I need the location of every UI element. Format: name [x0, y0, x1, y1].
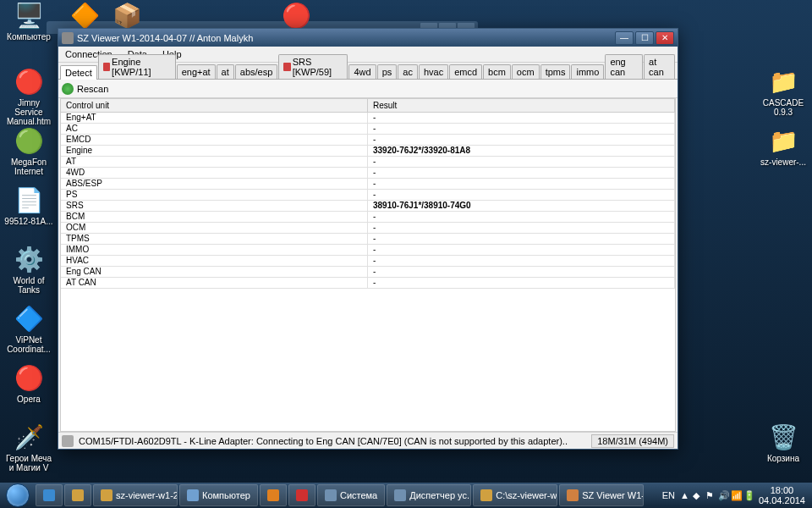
icon: 🔷: [14, 303, 44, 334]
cell-unit: Eng+AT: [61, 113, 368, 123]
cell-unit: TPMS: [61, 234, 368, 244]
table-row[interactable]: AC-: [61, 124, 675, 135]
table-row[interactable]: Eng CAN-: [61, 267, 675, 278]
tab[interactable]: at can: [644, 54, 675, 79]
desktop-icon[interactable]: 🖥️Компьютер: [3, 0, 54, 41]
table-row[interactable]: IMMO-: [61, 245, 675, 256]
taskbar-item[interactable]: Диспетчер ус...: [387, 484, 471, 506]
tab[interactable]: eng+at: [177, 64, 216, 79]
clock[interactable]: 18:00 04.04.2014: [759, 485, 805, 505]
desktop-icon[interactable]: 🗡️Герои Меча и Магии V: [3, 422, 54, 472]
tab-label: ocm: [517, 67, 535, 77]
icon-label: Компьютер: [3, 32, 54, 41]
table-row[interactable]: OCM-: [61, 223, 675, 234]
tab-label: at can: [649, 57, 670, 77]
tab[interactable]: SRS [KWP/59]: [278, 54, 348, 79]
header-control-unit[interactable]: Control unit: [61, 99, 368, 112]
tab[interactable]: tpms: [540, 64, 571, 79]
maximize-button[interactable]: ☐: [635, 31, 654, 45]
minimize-button[interactable]: —: [615, 31, 634, 45]
tab[interactable]: ps: [377, 64, 398, 79]
rescan-button[interactable]: Rescan: [77, 84, 108, 94]
table-row[interactable]: PS-: [61, 190, 675, 201]
tab[interactable]: ocm: [512, 64, 540, 79]
cell-unit: AC: [61, 124, 368, 134]
lang-indicator[interactable]: EN: [662, 490, 675, 500]
start-button[interactable]: [2, 483, 34, 508]
tab[interactable]: emcd: [449, 64, 482, 79]
tab-label: Engine [KWP/11]: [112, 57, 171, 77]
desktop-icon[interactable]: 🔴Jimny Service Manual.htm: [3, 66, 54, 126]
desktop-icon[interactable]: 📁CASCADE 0.9.3: [758, 66, 809, 117]
grid-header: Control unit Result: [61, 99, 675, 113]
table-row[interactable]: Eng+AT-: [61, 113, 675, 124]
tab-label: emcd: [454, 67, 477, 77]
task-label: C:\sz-viewer-w...: [496, 490, 557, 500]
desktop-icon[interactable]: 📁sz-viewer-...: [758, 125, 809, 167]
taskbar-item[interactable]: Компьютер: [179, 484, 258, 506]
tab[interactable]: abs/esp: [235, 64, 278, 79]
desktop-icon[interactable]: 🔴Opera: [3, 362, 54, 404]
task-icon: [394, 489, 406, 501]
cell-result: -: [368, 113, 675, 123]
task-icon: [43, 489, 55, 501]
tab[interactable]: hvac: [419, 64, 448, 79]
tab[interactable]: at: [217, 64, 234, 79]
tab[interactable]: Engine [KWP/11]: [98, 54, 176, 79]
desktop-icon[interactable]: 📄99512-81A...: [3, 185, 54, 226]
taskbar-item[interactable]: sz-viewer-w1-2...: [93, 484, 178, 506]
taskbar-item[interactable]: [288, 484, 315, 506]
table-row[interactable]: TPMS-: [61, 234, 675, 245]
header-result[interactable]: Result: [368, 99, 675, 112]
taskbar-item[interactable]: SZ Viewer W1-...: [559, 484, 644, 506]
cell-unit: Engine: [61, 146, 368, 156]
table-row[interactable]: EMCD-: [61, 135, 675, 146]
close-button[interactable]: ✕: [656, 31, 674, 45]
tab[interactable]: immo: [571, 64, 604, 79]
icon: 📦: [112, 0, 142, 30]
icon-label: 99512-81A...: [3, 217, 54, 226]
cell-result: -: [368, 157, 675, 167]
tray-icons[interactable]: ▲◆⚑🔊📶🔋: [680, 490, 754, 500]
desktop-icon[interactable]: ⚙️World of Tanks: [3, 244, 54, 295]
tab[interactable]: eng can: [605, 54, 643, 79]
grid[interactable]: Control unit Result Eng+AT-AC-EMCD-Engin…: [60, 98, 676, 432]
taskbar-item[interactable]: Система: [317, 484, 385, 506]
titlebar[interactable]: SZ Viewer W1-2014-04-07 // Anton Malykh …: [58, 29, 678, 47]
icon: 🔴: [281, 0, 311, 30]
table-row[interactable]: ABS/ESP-: [61, 179, 675, 190]
tab[interactable]: bcm: [483, 64, 511, 79]
cell-result: -: [368, 278, 675, 288]
cell-result: 38910-76J1*/38910-74G0: [368, 201, 675, 211]
table-row[interactable]: HVAC-: [61, 256, 675, 267]
desktop-icon[interactable]: 🟢MegaFon Internet: [3, 125, 54, 176]
tab[interactable]: ac: [398, 64, 418, 79]
desktop-icon[interactable]: 🗑️Корзина: [758, 422, 809, 463]
cell-unit: ABS/ESP: [61, 179, 368, 189]
cell-result: -: [368, 190, 675, 200]
table-row[interactable]: AT CAN-: [61, 278, 675, 289]
cell-result: 33920-76J2*/33920-81A8: [368, 146, 675, 156]
table-row[interactable]: AT-: [61, 157, 675, 168]
system-tray[interactable]: EN ▲◆⚑🔊📶🔋 18:00 04.04.2014: [657, 485, 810, 505]
taskbar-item[interactable]: [260, 484, 287, 506]
app-window: SZ Viewer W1-2014-04-07 // Anton Malykh …: [58, 28, 678, 450]
tab[interactable]: 4wd: [348, 64, 376, 79]
icon: 📄: [14, 185, 44, 215]
icon-label: sz-viewer-...: [758, 157, 809, 167]
tab-label: bcm: [488, 67, 506, 77]
table-row[interactable]: 4WD-: [61, 168, 675, 179]
icon: 🔴: [14, 362, 44, 393]
table-row[interactable]: SRS38910-76J1*/38910-74G0: [61, 201, 675, 212]
taskbar-item[interactable]: [64, 484, 91, 506]
task-icon: [187, 489, 199, 501]
desktop-icon[interactable]: 🔷ViPNet Coordinat...: [3, 303, 54, 354]
cell-result: -: [368, 168, 675, 178]
tab[interactable]: Detect: [60, 65, 97, 80]
icon: 🔶: [69, 0, 100, 30]
taskbar-item[interactable]: [36, 484, 63, 506]
table-row[interactable]: Engine33920-76J2*/33920-81A8: [61, 146, 675, 157]
taskbar-item[interactable]: C:\sz-viewer-w...: [473, 484, 557, 506]
toolbar: Rescan: [58, 80, 678, 98]
table-row[interactable]: BCM-: [61, 212, 675, 223]
